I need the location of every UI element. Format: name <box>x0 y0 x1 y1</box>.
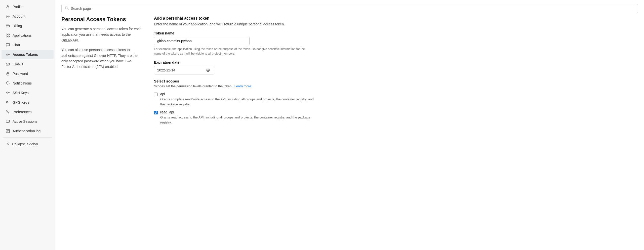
sidebar-label-notifications: Notifications <box>13 81 32 85</box>
sidebar-item-chat[interactable]: Chat <box>2 40 54 50</box>
search-icon <box>65 6 69 11</box>
sidebar-item-access-tokens[interactable]: Access Tokens <box>2 50 54 59</box>
expiration-label: Expiration date <box>154 60 638 64</box>
sidebar-label-emails: Emails <box>13 62 23 66</box>
notification-icon <box>6 81 10 86</box>
calendar-button[interactable] <box>212 67 214 73</box>
token-name-hint: For example, the application using the t… <box>154 47 305 56</box>
sidebar-item-gpg-keys[interactable]: GPG Keys <box>2 98 54 107</box>
svg-rect-35 <box>214 69 214 72</box>
sidebar-label-password: Password <box>13 72 28 76</box>
description-2: You can also use personal access tokens … <box>61 47 142 70</box>
token-icon <box>6 52 10 57</box>
sidebar-item-account[interactable]: Account <box>2 12 54 21</box>
collapse-sidebar-button[interactable]: Collapse sidebar <box>2 139 54 149</box>
sidebar-label-gpg-keys: GPG Keys <box>13 100 29 104</box>
sidebar-label-auth-log: Authentication log <box>13 129 41 133</box>
sidebar-item-emails[interactable]: Emails <box>2 60 54 69</box>
token-name-label: Token name <box>154 31 638 35</box>
scope-api-row: api Grants complete read/write access to… <box>154 92 638 107</box>
log-icon <box>6 129 10 133</box>
svg-rect-23 <box>6 120 10 122</box>
scope-api: api Grants complete read/write access to… <box>154 92 638 107</box>
sidebar-label-access-tokens: Access Tokens <box>13 53 38 57</box>
sidebar-item-billing[interactable]: Billing <box>2 21 54 30</box>
scope-api-name[interactable]: api <box>160 92 165 96</box>
sidebar-label-chat: Chat <box>13 43 20 47</box>
scopes-title: Select scopes <box>154 79 638 83</box>
sidebar-label-ssh-keys: SSH Keys <box>13 91 29 95</box>
sidebar-item-profile[interactable]: Profile <box>2 2 54 11</box>
applications-icon <box>6 33 10 38</box>
sessions-icon <box>6 119 10 124</box>
svg-point-16 <box>7 101 8 103</box>
scopes-desc: Scopes set the permission levels granted… <box>154 84 638 88</box>
scope-api-checkbox[interactable] <box>154 93 158 96</box>
scopes-group: Select scopes Scopes set the permission … <box>154 79 638 125</box>
scope-read-api-desc: Grants read access to the API, including… <box>160 115 316 125</box>
svg-rect-6 <box>8 34 10 35</box>
date-input-wrapper <box>154 66 214 74</box>
sidebar: Profile Account Billing <box>0 0 55 250</box>
scope-read-api-row: read_api Grants read access to the API, … <box>154 110 638 125</box>
content-area: Personal Access Tokens You can generate … <box>55 16 644 250</box>
add-token-desc: Enter the name of your application, and … <box>154 22 638 26</box>
sidebar-label-account: Account <box>13 14 25 18</box>
svg-line-31 <box>68 9 68 10</box>
svg-point-1 <box>7 16 8 17</box>
svg-point-0 <box>7 6 9 7</box>
email-icon <box>6 62 10 66</box>
svg-rect-8 <box>8 36 10 37</box>
password-icon <box>6 71 10 76</box>
preferences-icon <box>6 110 10 114</box>
description-1: You can generate a personal access token… <box>61 26 142 43</box>
chat-icon <box>6 43 10 47</box>
clear-date-button[interactable] <box>204 67 212 73</box>
sidebar-item-preferences[interactable]: Preferences <box>2 107 54 116</box>
svg-rect-14 <box>7 73 9 75</box>
scope-read-api-checkbox[interactable] <box>154 111 158 114</box>
expiration-date-input[interactable] <box>154 66 204 74</box>
sidebar-label-applications: Applications <box>13 33 32 37</box>
collapse-icon <box>6 142 10 146</box>
scope-api-desc: Grants complete read/write access to the… <box>160 97 316 107</box>
left-panel: Personal Access Tokens You can generate … <box>61 16 142 244</box>
token-name-input[interactable] <box>154 37 250 45</box>
sidebar-item-auth-log[interactable]: Authentication log <box>2 127 54 136</box>
sidebar-item-notifications[interactable]: Notifications <box>2 79 54 88</box>
expiration-date-group: Expiration date <box>154 60 638 74</box>
svg-rect-5 <box>6 34 8 35</box>
svg-rect-7 <box>6 36 8 37</box>
scopes-learn-more-link[interactable]: Learn more. <box>234 84 252 88</box>
svg-point-15 <box>7 92 8 93</box>
svg-point-9 <box>6 54 8 55</box>
key-icon <box>6 91 10 95</box>
page-title: Personal Access Tokens <box>61 16 142 23</box>
gpg-icon <box>6 100 10 105</box>
sidebar-label-billing: Billing <box>13 24 22 28</box>
scope-read-api-name[interactable]: read_api <box>160 110 174 114</box>
collapse-label: Collapse sidebar <box>12 142 38 146</box>
scope-read-api: read_api Grants read access to the API, … <box>154 110 638 125</box>
billing-icon <box>6 24 10 28</box>
sidebar-label-active-sessions: Active Sessions <box>13 119 37 123</box>
token-name-group: Token name For example, the application … <box>154 31 638 56</box>
sidebar-divider <box>3 137 52 138</box>
search-input[interactable] <box>71 7 634 11</box>
sidebar-label-profile: Profile <box>13 5 23 9</box>
sidebar-item-password[interactable]: Password <box>2 69 54 78</box>
sidebar-item-ssh-keys[interactable]: SSH Keys <box>2 88 54 97</box>
sidebar-label-preferences: Preferences <box>13 110 31 114</box>
sidebar-item-active-sessions[interactable]: Active Sessions <box>2 117 54 126</box>
right-panel: Add a personal access token Enter the na… <box>154 16 638 244</box>
user-icon <box>6 5 10 9</box>
svg-rect-2 <box>6 25 10 27</box>
add-token-title: Add a personal access token <box>154 16 638 21</box>
sidebar-item-applications[interactable]: Applications <box>2 31 54 40</box>
main-content: Personal Access Tokens You can generate … <box>55 0 644 250</box>
search-bar[interactable] <box>61 4 638 13</box>
search-container <box>55 0 644 16</box>
gear-icon <box>6 14 10 19</box>
